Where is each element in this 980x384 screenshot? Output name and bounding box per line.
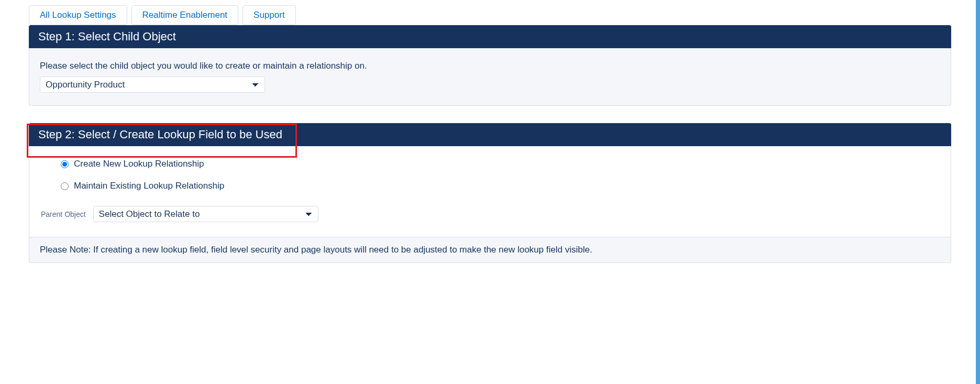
radio-create-new-label: Create New Lookup Relationship bbox=[74, 159, 204, 169]
step2-header: Step 2: Select / Create Lookup Field to … bbox=[29, 123, 951, 146]
tab-realtime-enablement[interactable]: Realtime Enablement bbox=[131, 5, 239, 25]
radio-create-new[interactable]: Create New Lookup Relationship bbox=[61, 159, 940, 169]
step1-header: Step 1: Select Child Object bbox=[29, 25, 951, 48]
parent-object-select[interactable]: Select Object to Relate to bbox=[93, 206, 318, 222]
parent-object-label: Parent Object bbox=[41, 210, 86, 218]
tab-support[interactable]: Support bbox=[243, 5, 296, 25]
step1-panel: Please select the child object you would… bbox=[29, 48, 951, 106]
child-object-select[interactable]: Opportunity Product bbox=[40, 76, 265, 93]
radio-maintain-input[interactable] bbox=[61, 182, 69, 190]
tab-group: All Lookup Settings Realtime Enablement … bbox=[29, 5, 951, 25]
radio-maintain-label: Maintain Existing Lookup Relationship bbox=[74, 181, 224, 191]
step1-instruction: Please select the child object you would… bbox=[40, 61, 940, 71]
radio-create-new-input[interactable] bbox=[61, 160, 69, 168]
scrollbar[interactable] bbox=[976, 0, 980, 268]
tab-all-lookup-settings[interactable]: All Lookup Settings bbox=[29, 5, 127, 25]
step2-note: Please Note: If creating a new lookup fi… bbox=[29, 237, 951, 263]
step2-body: Create New Lookup Relationship Maintain … bbox=[29, 146, 951, 237]
radio-maintain-existing[interactable]: Maintain Existing Lookup Relationship bbox=[61, 181, 940, 191]
